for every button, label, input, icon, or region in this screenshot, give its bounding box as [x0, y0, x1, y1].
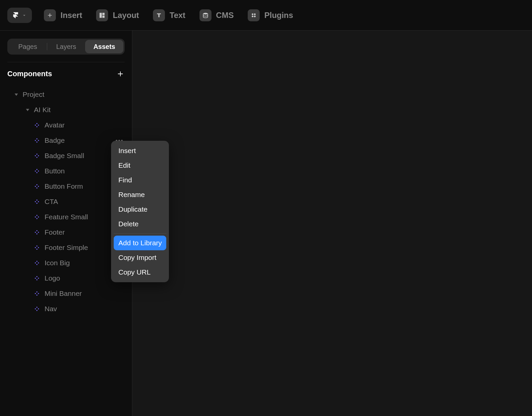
component-icon	[34, 245, 40, 251]
top-toolbar: Insert Layout Text CMS Plugins	[0, 0, 532, 31]
component-row[interactable]: CTA	[3, 194, 129, 209]
component-row-label: CTA	[45, 198, 58, 206]
component-icon	[34, 260, 40, 266]
tree-group-project-label: Project	[23, 91, 44, 99]
component-row-label: Logo	[45, 274, 60, 282]
sidebar-divider	[7, 62, 125, 62]
component-row-label: Avatar	[45, 121, 65, 129]
component-row[interactable]: Badge Small	[3, 148, 129, 163]
context-menu-item[interactable]: Rename	[114, 187, 166, 202]
plus-icon	[117, 70, 124, 78]
component-row[interactable]: Button Form	[3, 179, 129, 194]
svg-point-2	[254, 13, 256, 15]
context-menu-item[interactable]: Delete	[114, 217, 166, 231]
component-row-label: Footer Simple	[45, 244, 88, 252]
component-row-label: Button Form	[45, 182, 83, 190]
toolbar-layout-label: Layout	[113, 11, 139, 20]
components-section-header: Components	[0, 70, 132, 84]
toolbar-plugins-label: Plugins	[264, 11, 293, 20]
component-icon	[34, 306, 40, 312]
component-row-label: Footer	[45, 228, 65, 236]
component-row[interactable]: Button	[3, 163, 129, 179]
svg-point-4	[254, 15, 256, 17]
tab-layers[interactable]: Layers	[47, 40, 85, 53]
context-menu: InsertEditFindRenameDuplicateDeleteAdd t…	[111, 141, 169, 282]
text-icon	[153, 9, 165, 21]
context-menu-item[interactable]: Add to Library	[114, 236, 166, 250]
component-icon	[34, 168, 40, 174]
context-menu-item[interactable]: Copy URL	[114, 265, 166, 280]
sidebar-tab-switch: Pages Layers Assets	[7, 39, 125, 55]
component-row[interactable]: Icon Big	[3, 255, 129, 271]
tab-assets[interactable]: Assets	[85, 40, 123, 53]
context-menu-item[interactable]: Duplicate	[114, 202, 166, 217]
component-icon	[34, 275, 40, 281]
toolbar-text-label: Text	[170, 11, 186, 20]
component-row[interactable]: Logo	[3, 271, 129, 286]
plugins-icon	[248, 9, 260, 21]
component-row[interactable]: Footer Simple	[3, 240, 129, 255]
component-icon	[34, 291, 40, 297]
component-row[interactable]: Feature Small	[3, 209, 129, 225]
framer-logo-icon	[12, 12, 19, 19]
cms-icon	[200, 9, 211, 21]
tab-layers-label: Layers	[56, 43, 76, 51]
context-menu-item[interactable]: Insert	[114, 143, 166, 158]
component-icon	[34, 153, 40, 159]
component-row-label: Button	[45, 167, 65, 175]
toolbar-plugins-button[interactable]: Plugins	[246, 7, 295, 24]
svg-point-0	[203, 13, 207, 14]
context-menu-separator	[114, 233, 166, 234]
toolbar-insert-label: Insert	[61, 11, 82, 20]
component-icon	[34, 137, 40, 143]
toolbar-cms-button[interactable]: CMS	[198, 7, 236, 24]
component-row[interactable]: Nav	[3, 301, 129, 316]
tab-pages-label: Pages	[18, 43, 37, 51]
plus-icon	[44, 9, 56, 21]
component-row-label: Icon Big	[45, 259, 70, 267]
add-component-button[interactable]	[116, 70, 125, 78]
context-menu-item[interactable]: Copy Import	[114, 250, 166, 265]
component-row-label: Badge	[45, 136, 65, 144]
chevron-down-icon	[26, 109, 29, 111]
component-icon	[34, 183, 40, 189]
component-row[interactable]: Mini Banner	[3, 286, 129, 301]
toolbar-text-button[interactable]: Text	[151, 7, 188, 24]
canvas-area[interactable]	[132, 31, 532, 416]
tree-group-project[interactable]: Project	[3, 87, 129, 102]
component-icon	[34, 122, 40, 128]
tab-assets-label: Assets	[93, 43, 115, 51]
component-icon	[34, 229, 40, 235]
component-row-label: Mini Banner	[45, 290, 82, 298]
context-menu-item[interactable]: Find	[114, 173, 166, 187]
components-title: Components	[7, 70, 52, 78]
tree-group-aikit-label: AI Kit	[34, 106, 51, 114]
component-row[interactable]: Badge	[3, 133, 129, 148]
svg-point-1	[252, 13, 253, 15]
component-row-label: Nav	[45, 305, 57, 313]
component-row-label: Badge Small	[45, 152, 84, 160]
tree-group-aikit[interactable]: AI Kit	[3, 102, 129, 117]
chevron-down-icon	[15, 94, 18, 96]
component-row[interactable]: Avatar	[3, 117, 129, 133]
component-icon	[34, 199, 40, 205]
component-row[interactable]: Footer	[3, 225, 129, 240]
toolbar-layout-button[interactable]: Layout	[94, 7, 141, 24]
component-icon	[34, 214, 40, 220]
svg-point-3	[252, 15, 253, 17]
chevron-down-icon	[21, 12, 27, 18]
layout-icon	[96, 9, 108, 21]
toolbar-cms-label: CMS	[216, 11, 234, 20]
component-row-label: Feature Small	[45, 213, 88, 221]
tab-pages[interactable]: Pages	[9, 40, 47, 53]
app-menu-button[interactable]	[7, 8, 32, 23]
context-menu-item[interactable]: Edit	[114, 158, 166, 173]
toolbar-insert-button[interactable]: Insert	[42, 7, 84, 24]
